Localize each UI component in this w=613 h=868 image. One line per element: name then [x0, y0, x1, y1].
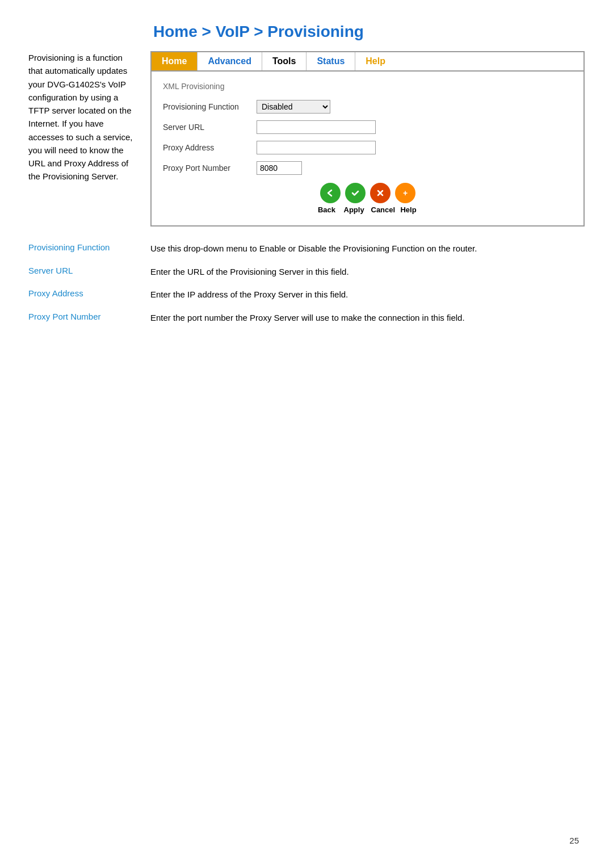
desc-label-server-url: Server URL: [28, 266, 150, 275]
form-row-proxy-port: Proxy Port Number: [163, 161, 572, 175]
back-icon: [324, 187, 337, 199]
form-row-provisioning: Provisioning Function Disabled Enabled: [163, 100, 572, 114]
nav-help[interactable]: Help: [355, 52, 396, 70]
config-box: XML Provisioning Provisioning Function D…: [150, 72, 585, 227]
label-provisioning-function: Provisioning Function: [163, 102, 257, 111]
apply-button[interactable]: [345, 183, 366, 203]
cancel-icon: [374, 187, 387, 199]
desc-label-provisioning-function: Provisioning Function: [28, 242, 150, 252]
nav-tools[interactable]: Tools: [262, 52, 306, 70]
button-labels: Back Apply Cancel Help: [163, 206, 572, 214]
label-proxy-port: Proxy Port Number: [163, 163, 257, 173]
back-button[interactable]: [320, 183, 341, 203]
desc-row-proxy-port: Proxy Port Number Enter the port number …: [28, 312, 585, 325]
back-label: Back: [317, 206, 337, 214]
desc-row-server-url: Server URL Enter the URL of the Provisio…: [28, 266, 585, 279]
desc-text-proxy-address: Enter the IP address of the Proxy Server…: [150, 288, 585, 301]
svg-text:+: +: [402, 188, 407, 198]
navbar: Home Advanced Tools Status Help: [150, 51, 585, 72]
descriptions-section: Provisioning Function Use this drop-down…: [28, 242, 585, 324]
apply-label: Apply: [344, 206, 364, 214]
desc-row-proxy-address: Proxy Address Enter the IP address of th…: [28, 288, 585, 301]
input-proxy-port[interactable]: [257, 161, 302, 175]
desc-row-provisioning-function: Provisioning Function Use this drop-down…: [28, 242, 585, 255]
page-title: Home > VoIP > Provisioning: [153, 23, 585, 41]
help-icon: +: [399, 187, 412, 199]
select-provisioning-function[interactable]: Disabled Enabled: [257, 100, 330, 114]
page-number: 25: [569, 836, 579, 845]
desc-label-proxy-address: Proxy Address: [28, 288, 150, 298]
label-server-url: Server URL: [163, 123, 257, 132]
help-button[interactable]: +: [395, 183, 415, 203]
desc-text-server-url: Enter the URL of the Provisioning Server…: [150, 266, 585, 279]
nav-status[interactable]: Status: [306, 52, 355, 70]
desc-text-proxy-port: Enter the port number the Proxy Server w…: [150, 312, 585, 325]
section-title: XML Provisioning: [163, 82, 572, 91]
nav-home[interactable]: Home: [152, 52, 198, 70]
input-server-url[interactable]: [257, 120, 376, 134]
cancel-button[interactable]: [370, 183, 391, 203]
svg-point-0: [325, 187, 336, 199]
form-row-server-url: Server URL: [163, 120, 572, 134]
right-column: Home Advanced Tools Status Help XML Prov…: [150, 51, 585, 227]
svg-point-1: [350, 187, 361, 199]
cancel-label: Cancel: [371, 206, 392, 214]
apply-icon: [349, 187, 362, 199]
left-description: Provisioning is a function that automati…: [28, 51, 150, 227]
nav-advanced[interactable]: Advanced: [198, 52, 262, 70]
label-proxy-address: Proxy Address: [163, 143, 257, 152]
title-text: Home > VoIP > Provisioning: [153, 23, 364, 40]
desc-label-proxy-port: Proxy Port Number: [28, 312, 150, 321]
button-row: +: [163, 183, 572, 203]
form-row-proxy-address: Proxy Address: [163, 141, 572, 154]
input-proxy-address[interactable]: [257, 141, 376, 154]
desc-text-provisioning-function: Use this drop-down menu to Enable or Dis…: [150, 242, 585, 255]
help-label: Help: [398, 206, 419, 214]
